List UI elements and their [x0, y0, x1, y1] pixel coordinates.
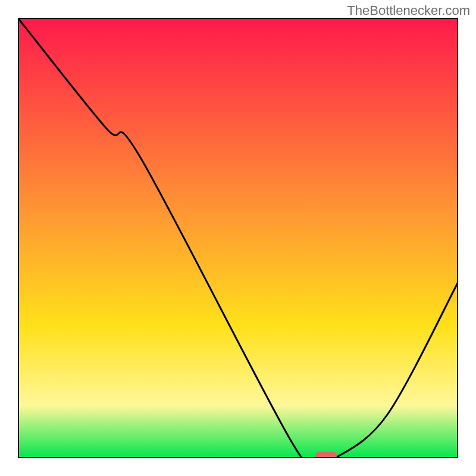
bottleneck-chart [18, 18, 458, 458]
plot-background [18, 18, 458, 458]
watermark-text: TheBottlenecker.com [347, 3, 470, 18]
